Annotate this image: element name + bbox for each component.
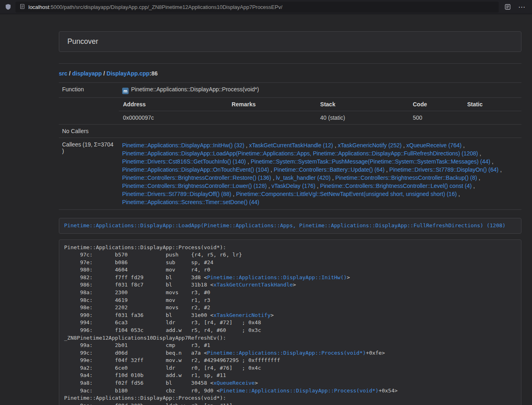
code-line: 9ac: b180 cbz r0, 9d0 <Pinetime::Applica… (64, 387, 516, 395)
stats-value-row: 0x0000097c 40 (static) 500 (119, 111, 521, 125)
breadcrumb-line-number: :86 (149, 70, 157, 77)
breadcrumb-link[interactable]: DisplayApp.cpp (107, 70, 150, 77)
code-line: 994: 6ca3 ldr r3, [r4, #72] ; 0x48 (64, 319, 516, 327)
highlighted-symbol-panel: Pinetime::Applications::DisplayApp::Load… (59, 218, 521, 234)
callee-separator: , (315, 183, 320, 189)
stats-header-stack: Stack (316, 98, 409, 111)
callee-separator: , (461, 142, 465, 149)
code-line: 996: f104 053c add.w r5, r4, #60 ; 0x3c (64, 327, 516, 334)
stats-header-address: Address (119, 98, 228, 111)
method-icon: m (122, 88, 129, 94)
callees-label: Callees (19, Σ=3704 ) (59, 138, 119, 210)
breadcrumb-link[interactable]: displayapp (72, 70, 102, 77)
callee-link[interactable]: xTaskGenericNotify (252) (338, 142, 401, 149)
function-row: Function mPinetime::Applications::Displa… (59, 83, 521, 98)
code-line: 986: f031 f8c7 bl 31b18 <xTaskGetCurrent… (64, 281, 516, 289)
callee-separator: , (271, 174, 276, 181)
stats-table: Address Remarks Stack Code Static 0x0000… (119, 98, 521, 124)
callee-link[interactable]: xTaskGetCurrentTaskHandle (12) (249, 142, 333, 149)
stats-static (463, 111, 521, 125)
highlighted-symbol-link[interactable]: Pinetime::Applications::DisplayApp::Load… (64, 222, 506, 228)
callee-link[interactable]: Pinetime::Components::LittleVgl::SetNewT… (236, 191, 457, 197)
page-icon (19, 4, 25, 11)
callee-separator: , (231, 191, 236, 197)
callee-separator: , (331, 174, 336, 181)
code-line: 9a8: f02f fd56 bl 30458 <xQueueReceive> (64, 379, 516, 387)
callee-link[interactable]: Pinetime::Applications::DisplayApp::OnTo… (122, 166, 269, 173)
code-line: 98c: 4619 mov r1, r3 (64, 297, 516, 304)
code-line: 99c: d06d beq.n a7a <Pinetime::Applicati… (64, 349, 516, 357)
callee-separator: , (478, 150, 481, 157)
callee-separator: , (402, 142, 407, 149)
overflow-menu-icon[interactable]: ⋯ (517, 4, 527, 11)
code-line: 9a2: 6ce0 ldr r0, [r4, #76] ; 0x4c (64, 364, 516, 372)
callers-row: No Callers (59, 125, 521, 138)
callee-link[interactable]: Pinetime::Drivers::St7789::DisplayOn() (… (389, 166, 498, 173)
code-symbol-link[interactable]: Pinetime::Applications::DisplayApp::Init… (207, 274, 347, 280)
code-line: 97e: b086 sub sp, #24 (64, 259, 516, 267)
symbol-table: Function mPinetime::Applications::Displa… (59, 82, 521, 210)
callee-link[interactable]: Pinetime::Applications::Screens::Timer::… (122, 199, 259, 205)
stats-remarks (228, 111, 316, 125)
callers-label: No Callers (59, 125, 119, 138)
url-host: localhost (28, 4, 49, 10)
code-line: 99e: f04f 32ff mov.w r2, #4294967295 ; 0… (64, 357, 516, 364)
tracking-protection-shield-icon[interactable] (5, 4, 11, 10)
callee-link[interactable]: Pinetime::Controllers::BrightnessControl… (320, 183, 472, 189)
callee-link[interactable]: Pinetime::Controllers::BrightnessControl… (122, 183, 267, 189)
callee-link[interactable]: Pinetime::Controllers::Battery::Update()… (274, 166, 385, 173)
callee-separator: , (246, 158, 251, 165)
url-path: :5000/path/src/displayapp/DisplayApp.cpp… (49, 4, 282, 10)
callee-link[interactable]: Pinetime::Drivers::St7789::DisplayOff() … (122, 191, 231, 197)
code-symbol-link[interactable]: Pinetime::Applications::DisplayApp::Proc… (207, 350, 366, 356)
breadcrumb-link[interactable]: src (59, 70, 67, 77)
code-line: 9ae: f89d 300b ldrb.w r3, [sp, #11] (64, 402, 516, 405)
code-line: 98e: 2202 movs r2, #2 (64, 304, 516, 312)
callee-link[interactable]: vTaskDelay (176) (271, 183, 315, 189)
code-line: 97c: b570 push {r4, r5, r6, lr} (64, 251, 516, 259)
code-line: _ZN8Pinetime12Applications10DisplayApp7R… (64, 334, 516, 342)
callee-link[interactable]: Pinetime::Controllers::BrightnessControl… (335, 174, 477, 181)
code-symbol-link[interactable]: xQueueReceive (213, 380, 255, 386)
code-line: Pinetime::Applications::DisplayApp::Proc… (64, 394, 516, 402)
code-symbol-link[interactable]: Pinetime::Applications::DisplayApp::Proc… (220, 388, 379, 394)
breadcrumb: src / displayapp / DisplayApp.cpp:86 (59, 70, 521, 77)
stats-cell: Address Remarks Stack Code Static 0x0000… (119, 98, 521, 125)
reader-view-icon[interactable] (503, 4, 513, 10)
callee-separator: , (477, 174, 480, 181)
breadcrumb-separator: / (67, 70, 72, 77)
stats-label-spacer (59, 98, 119, 125)
stats-header-remarks: Remarks (228, 98, 316, 111)
callee-link[interactable]: Pinetime::Controllers::BrightnessControl… (122, 174, 271, 181)
callee-link[interactable]: xQueueReceive (764) (406, 142, 461, 149)
function-name-cell: mPinetime::Applications::DisplayApp::Pro… (119, 83, 521, 98)
callee-separator: , (472, 183, 475, 189)
callee-separator: , (457, 191, 460, 197)
callee-separator: , (499, 166, 502, 173)
app-title: Puncover (67, 37, 98, 45)
code-line: 9a4: f10d 010b add.w r1, sp, #11 (64, 372, 516, 379)
callee-separator: , (269, 166, 274, 173)
callee-link[interactable]: Pinetime::Applications::DisplayApp::Init… (122, 142, 244, 149)
callee-separator: , (333, 142, 338, 149)
function-name: Pinetime::Applications::DisplayApp::Proc… (131, 86, 259, 93)
callee-separator: , (267, 183, 271, 189)
divider (59, 63, 521, 64)
callee-separator: , (490, 158, 493, 165)
url-bar[interactable]: localhost:5000/path/src/displayapp/Displ… (15, 2, 499, 13)
code-block: Pinetime::Applications::DisplayApp::Proc… (59, 239, 521, 405)
stats-address: 0x0000097c (119, 111, 228, 125)
main-content: Puncover src / displayapp / DisplayApp.c… (59, 31, 521, 405)
code-line: Pinetime::Applications::DisplayApp::Proc… (64, 244, 516, 252)
callee-link[interactable]: lv_task_handler (420) (276, 174, 331, 181)
code-symbol-link[interactable]: xTaskGenericNotify (213, 312, 271, 318)
callee-link[interactable]: Pinetime::System::SystemTask::PushMessag… (251, 158, 491, 165)
url-text: localhost:5000/path/src/displayapp/Displ… (28, 4, 282, 10)
callee-link[interactable]: Pinetime::Drivers::Cst816S::GetTouchInfo… (122, 158, 246, 165)
browser-toolbar: localhost:5000/path/src/displayapp/Displ… (0, 0, 532, 14)
app-header-panel: Puncover (59, 31, 521, 52)
stats-row: Address Remarks Stack Code Static 0x0000… (59, 98, 521, 125)
code-symbol-link[interactable]: xTaskGetCurrentTaskHandle (213, 282, 293, 288)
callee-link[interactable]: Pinetime::Applications::DisplayApp::Load… (122, 150, 478, 157)
code-line: 990: f031 fa36 bl 31e00 <xTaskGenericNot… (64, 312, 516, 319)
